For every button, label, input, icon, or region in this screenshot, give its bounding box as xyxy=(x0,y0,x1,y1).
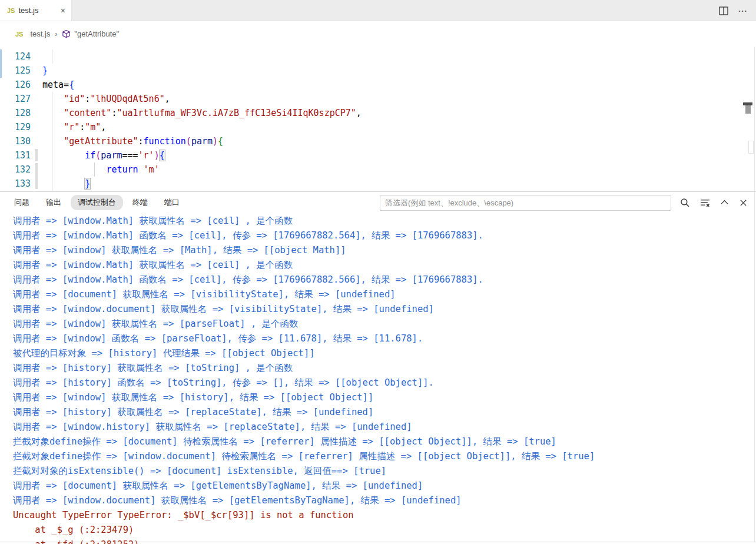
code-line-131[interactable]: 131 if(parm==='r'){ xyxy=(0,148,756,162)
console-line: 调用者 => [window.history] 获取属性名 => [replac… xyxy=(13,420,756,434)
symbol-cube-icon xyxy=(62,29,71,38)
scrollbar-marker-box xyxy=(748,141,754,154)
console-line: 调用者 => [window] 获取属性名 => [Math], 结果 => [… xyxy=(13,243,756,258)
panel-tab-problems[interactable]: 问题 xyxy=(14,195,29,210)
console-line: 拦截对象define操作 => [document] 待检索属性名 => [re… xyxy=(13,434,756,449)
search-icon[interactable] xyxy=(680,198,690,208)
code-line-125[interactable]: 125} xyxy=(0,64,756,78)
console-line: 调用者 => [window.Math] 函数名 => [ceil], 传参 =… xyxy=(13,228,756,243)
code-text: meta={ xyxy=(42,78,74,92)
code-line-130[interactable]: 130 "getAttribute":function(parm){ xyxy=(0,134,756,148)
indent-guide xyxy=(52,92,52,191)
panel-tab-debug-console[interactable]: 调试控制台 xyxy=(71,195,123,210)
code-text: } xyxy=(42,177,90,191)
console-line: 调用者 => [window.document] 获取属性名 => [visib… xyxy=(13,302,756,317)
console-line: 调用者 => [document] 获取属性名 => [getElementsB… xyxy=(13,479,756,493)
console-line: 调用者 => [history] 获取属性名 => [replaceState]… xyxy=(13,405,756,420)
editor-scrollbar[interactable] xyxy=(754,47,755,543)
panel-bottom-border xyxy=(0,542,756,542)
code-editor[interactable]: 124125}126meta={127 "id":"lhUQDqdAt5n6",… xyxy=(0,47,756,191)
code-line-128[interactable]: 128 "content":"ua1rtlufma_WF3Vc.iA7zB_ff… xyxy=(0,106,756,120)
line-number: 128 xyxy=(0,106,31,120)
console-line: at _$_g (:2:23479) xyxy=(13,523,756,538)
console-line: 调用者 => [document] 获取属性名 => [visibilitySt… xyxy=(13,287,756,302)
console-line: 调用者 => [history] 函数名 => [toString], 传参 =… xyxy=(13,376,756,390)
tab-label: test.js xyxy=(18,6,38,15)
console-line: Uncaught TypeError TypeError: _$bV[_$cr[… xyxy=(13,508,756,523)
line-number: 131 xyxy=(0,148,31,162)
console-line: 调用者 => [window.Math] 获取属性名 => [ceil] , 是… xyxy=(13,214,756,228)
code-line-132[interactable]: 132 return 'm' xyxy=(0,162,756,177)
panel-tab-output[interactable]: 输出 xyxy=(46,195,61,210)
breadcrumb: JS test.js › "getAttribute" xyxy=(0,21,756,47)
code-line-129[interactable]: 129 "r":"m", xyxy=(0,120,756,134)
console-line: at _$fd (:2:281252) xyxy=(13,538,756,544)
debug-filter-input[interactable] xyxy=(380,195,671,211)
clear-console-icon[interactable] xyxy=(700,198,710,208)
breadcrumb-symbol[interactable]: "getAttribute" xyxy=(74,29,119,38)
panel-tab-ports[interactable]: 端口 xyxy=(164,195,180,210)
code-text: "id":"lhUQDqdAt5n6", xyxy=(42,92,170,106)
console-line: 拦截对象define操作 => [window.document] 待检索属性名… xyxy=(13,449,756,464)
code-line-126[interactable]: 126meta={ xyxy=(0,78,756,92)
breadcrumb-file[interactable]: test.js xyxy=(30,29,50,38)
code-line-133[interactable]: 133 } xyxy=(0,177,756,191)
tab-bar: JS test.js × ⋯ xyxy=(0,0,756,21)
line-number: 126 xyxy=(0,78,31,92)
close-panel-icon[interactable] xyxy=(739,198,748,207)
js-file-icon-small: JS xyxy=(15,31,23,38)
gutter-decoration xyxy=(35,163,38,189)
code-line-124[interactable]: 124 xyxy=(0,49,756,64)
console-line: 调用者 => [window.Math] 获取属性名 => [ceil] , 是… xyxy=(13,258,756,273)
code-text: return 'm' xyxy=(42,162,160,177)
code-text: if(parm==='r'){ xyxy=(42,148,165,162)
debug-console-output[interactable]: 调用者 => [window.Math] 获取属性名 => [ceil] , 是… xyxy=(0,213,756,544)
code-line-127[interactable]: 127 "id":"lhUQDqdAt5n6", xyxy=(0,92,756,106)
code-text: "content":"ua1rtlufma_WF3Vc.iA7zB_ffC13e… xyxy=(42,106,362,120)
line-number: 130 xyxy=(0,134,31,148)
tab-testjs[interactable]: JS test.js × xyxy=(0,0,72,21)
line-number: 132 xyxy=(0,162,31,177)
panel-tab-terminal[interactable]: 终端 xyxy=(132,195,148,210)
scrollbar-thumb[interactable] xyxy=(745,105,751,114)
console-line: 调用者 => [history] 获取属性名 => [toString] , 是… xyxy=(13,361,756,376)
line-number: 124 xyxy=(0,49,31,64)
line-number: 129 xyxy=(0,120,31,134)
line-number: 133 xyxy=(0,177,31,191)
code-text: "getAttribute":function(parm){ xyxy=(42,134,223,148)
console-line: 调用者 => [window.Math] 函数名 => [ceil], 传参 =… xyxy=(13,273,756,287)
split-editor-icon[interactable] xyxy=(719,6,728,15)
line-number: 127 xyxy=(0,92,31,106)
code-text: } xyxy=(42,64,48,78)
line-number: 125 xyxy=(0,64,31,78)
panel-header: 问题输出调试控制台终端端口 xyxy=(0,191,756,213)
indent-guide xyxy=(52,49,52,64)
editor-left-accent xyxy=(0,49,2,78)
console-line: 调用者 => [window] 获取属性名 => [history], 结果 =… xyxy=(13,390,756,405)
gutter-decoration xyxy=(35,149,38,161)
console-line: 拦截对对象的isExtensible() => [document] isExt… xyxy=(13,464,756,479)
console-line: 调用者 => [window] 函数名 => [parseFloat], 传参 … xyxy=(13,331,756,346)
maximize-panel-icon[interactable] xyxy=(720,198,729,207)
console-line: 被代理的目标对象 => [history] 代理结果 => [[object O… xyxy=(13,346,756,361)
console-line: 调用者 => [window.document] 获取属性名 => [getEl… xyxy=(13,493,756,508)
more-actions-icon[interactable]: ⋯ xyxy=(738,5,748,16)
tab-close-icon[interactable]: × xyxy=(61,6,65,15)
breadcrumb-chevron-icon: › xyxy=(55,30,57,38)
indent-guide xyxy=(94,162,95,177)
console-line: 调用者 => [window] 获取属性名 => [parseFloat] , … xyxy=(13,317,756,331)
js-file-icon: JS xyxy=(7,7,15,14)
